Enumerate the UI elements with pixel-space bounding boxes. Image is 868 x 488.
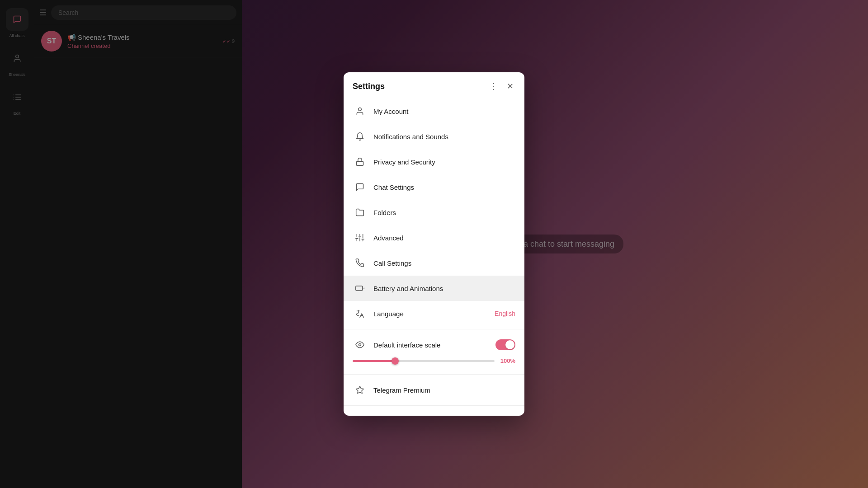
divider-3	[344, 405, 524, 406]
slider-track[interactable]	[353, 360, 495, 362]
telegram-premium-label: Telegram Premium	[373, 386, 515, 394]
modal-header-actions: ⋮ ✕	[488, 80, 515, 92]
folder-icon	[353, 205, 367, 220]
lock-icon	[353, 155, 367, 169]
call-settings-label: Call Settings	[373, 259, 515, 267]
folders-label: Folders	[373, 209, 515, 216]
svg-marker-21	[356, 386, 364, 394]
modal-body: My Account Notifications and Sounds Priv…	[344, 99, 524, 416]
sliders-icon	[353, 230, 367, 245]
chat-settings-label: Chat Settings	[373, 183, 515, 191]
modal-header: Settings ⋮ ✕	[344, 72, 524, 99]
svg-point-20	[359, 344, 361, 346]
settings-item-call-settings[interactable]: Call Settings	[344, 250, 524, 276]
privacy-label: Privacy and Security	[373, 158, 515, 166]
settings-item-battery-animations[interactable]: Battery and Animations	[344, 276, 524, 301]
settings-item-notifications[interactable]: Notifications and Sounds	[344, 124, 524, 149]
slider-value: 100%	[499, 357, 515, 364]
star-icon	[353, 383, 367, 397]
slider-section: 100%	[344, 357, 524, 371]
phone-icon	[353, 256, 367, 270]
advanced-label: Advanced	[373, 234, 515, 242]
translate-icon	[353, 306, 367, 321]
settings-item-chat-settings[interactable]: Chat Settings	[344, 174, 524, 200]
settings-item-telegram-premium[interactable]: Telegram Premium	[344, 377, 524, 403]
divider-1	[344, 329, 524, 329]
slider-row: 100%	[353, 357, 515, 364]
modal-more-button[interactable]: ⋮	[488, 80, 500, 92]
bell-icon	[353, 129, 367, 144]
svg-point-7	[359, 108, 362, 111]
svg-rect-8	[357, 161, 363, 165]
settings-item-telegram-faq[interactable]: Telegram FAQ	[344, 408, 524, 416]
settings-modal: Settings ⋮ ✕ My Account Notifications an…	[344, 72, 524, 416]
modal-title: Settings	[353, 82, 385, 91]
my-account-label: My Account	[373, 108, 515, 115]
eye-icon	[353, 338, 367, 352]
slider-thumb[interactable]	[392, 357, 399, 365]
settings-item-folders[interactable]: Folders	[344, 200, 524, 225]
language-label: Language	[373, 310, 495, 318]
settings-item-language[interactable]: Language English	[344, 301, 524, 326]
divider-2	[344, 374, 524, 375]
settings-item-interface-scale[interactable]: Default interface scale	[344, 332, 524, 357]
battery-animations-label: Battery and Animations	[373, 285, 515, 292]
settings-item-my-account[interactable]: My Account	[344, 99, 524, 124]
settings-item-privacy[interactable]: Privacy and Security	[344, 149, 524, 174]
svg-rect-18	[356, 286, 363, 291]
battery-icon	[353, 281, 367, 296]
interface-scale-label: Default interface scale	[373, 341, 495, 349]
notifications-label: Notifications and Sounds	[373, 133, 515, 141]
question-circle-icon	[353, 414, 367, 416]
modal-close-button[interactable]: ✕	[505, 80, 515, 92]
language-value: English	[495, 310, 515, 317]
chat-icon	[353, 180, 367, 194]
settings-item-advanced[interactable]: Advanced	[344, 225, 524, 250]
slider-fill	[353, 360, 395, 362]
account-icon	[353, 104, 367, 118]
interface-scale-toggle[interactable]	[495, 339, 515, 350]
